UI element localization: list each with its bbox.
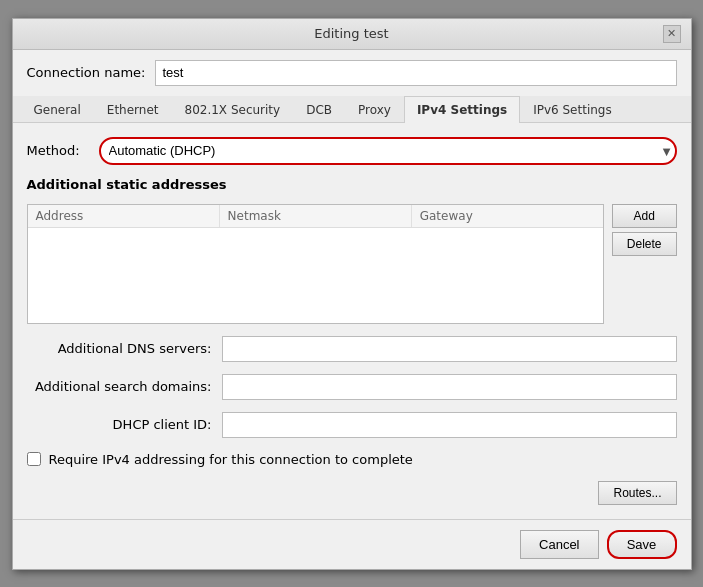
method-label: Method:: [27, 143, 87, 158]
dialog-title: Editing test: [41, 26, 663, 41]
dns-row: Additional DNS servers:: [27, 336, 677, 362]
add-button[interactable]: Add: [612, 204, 677, 228]
tab-ethernet[interactable]: Ethernet: [94, 96, 172, 123]
search-row: Additional search domains:: [27, 374, 677, 400]
addresses-table: Address Netmask Gateway: [27, 204, 604, 324]
footer: Cancel Save: [13, 519, 691, 569]
dialog: Editing test ✕ Connection name: General …: [12, 18, 692, 570]
address-buttons: Add Delete: [612, 204, 677, 324]
routes-row: Routes...: [27, 481, 677, 505]
tab-proxy[interactable]: Proxy: [345, 96, 404, 123]
tab-8021x[interactable]: 802.1X Security: [172, 96, 294, 123]
col-gateway: Gateway: [412, 205, 603, 227]
addresses-section-title: Additional static addresses: [27, 177, 677, 192]
col-netmask: Netmask: [220, 205, 412, 227]
tab-general[interactable]: General: [21, 96, 94, 123]
method-select-wrapper: Automatic (DHCP) ▼: [99, 137, 677, 165]
addresses-section: Address Netmask Gateway Add Delete: [27, 204, 677, 324]
tab-content-ipv4: Method: Automatic (DHCP) ▼ Additional st…: [13, 123, 691, 519]
search-input[interactable]: [222, 374, 677, 400]
title-bar: Editing test ✕: [13, 19, 691, 50]
cancel-button[interactable]: Cancel: [520, 530, 598, 559]
connection-name-label: Connection name:: [27, 65, 146, 80]
table-body: [28, 228, 603, 318]
require-ipv4-checkbox[interactable]: [27, 452, 41, 466]
tab-ipv6[interactable]: IPv6 Settings: [520, 96, 625, 123]
method-select[interactable]: Automatic (DHCP): [99, 137, 677, 165]
tab-ipv4[interactable]: IPv4 Settings: [404, 96, 520, 123]
table-header: Address Netmask Gateway: [28, 205, 603, 228]
dns-input[interactable]: [222, 336, 677, 362]
method-row: Method: Automatic (DHCP) ▼: [27, 137, 677, 165]
tabs-bar: General Ethernet 802.1X Security DCB Pro…: [13, 96, 691, 123]
require-ipv4-label: Require IPv4 addressing for this connect…: [49, 452, 413, 467]
connection-name-input[interactable]: [155, 60, 676, 86]
dhcp-input[interactable]: [222, 412, 677, 438]
dhcp-row: DHCP client ID:: [27, 412, 677, 438]
dhcp-label: DHCP client ID:: [27, 417, 212, 432]
tab-dcb[interactable]: DCB: [293, 96, 345, 123]
routes-button[interactable]: Routes...: [598, 481, 676, 505]
dns-label: Additional DNS servers:: [27, 341, 212, 356]
search-label: Additional search domains:: [27, 379, 212, 394]
close-button[interactable]: ✕: [663, 25, 681, 43]
require-ipv4-row: Require IPv4 addressing for this connect…: [27, 450, 677, 469]
col-address: Address: [28, 205, 220, 227]
save-button[interactable]: Save: [607, 530, 677, 559]
connection-name-row: Connection name:: [13, 50, 691, 96]
delete-button[interactable]: Delete: [612, 232, 677, 256]
